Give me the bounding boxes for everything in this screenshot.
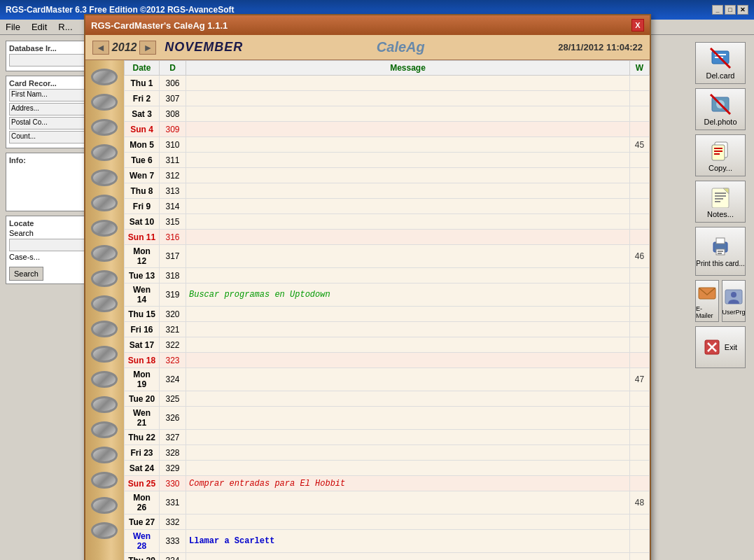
table-row[interactable]: Wen 7 312	[125, 168, 650, 183]
del-photo-icon	[709, 93, 732, 115]
table-row[interactable]: Wen 21 326	[125, 407, 650, 430]
msg-cell[interactable]	[186, 245, 630, 268]
search-button[interactable]: Search	[9, 267, 43, 281]
d-cell: 334	[160, 553, 186, 561]
msg-cell[interactable]	[186, 407, 630, 430]
spiral-ring	[91, 522, 118, 539]
msg-cell[interactable]	[186, 153, 630, 168]
msg-cell[interactable]: Comprar entradas para El Hobbit	[186, 476, 630, 491]
table-row[interactable]: Fri 23 328	[125, 445, 650, 461]
table-row[interactable]: Fri 16 321	[125, 322, 650, 337]
spiral-ring	[91, 346, 118, 363]
msg-cell[interactable]	[186, 199, 630, 214]
table-row[interactable]: Sat 24 329	[125, 461, 650, 476]
d-cell: 331	[160, 491, 186, 514]
msg-cell[interactable]	[186, 391, 630, 407]
table-row[interactable]: Sat 3 308	[125, 106, 650, 122]
d-cell: 327	[160, 430, 186, 445]
msg-cell[interactable]	[186, 137, 630, 153]
emailer-button[interactable]: E-Mailer	[695, 280, 719, 322]
date-cell: Tue 20	[125, 391, 160, 407]
exit-button[interactable]: Exit	[695, 326, 746, 368]
msg-cell[interactable]	[186, 430, 630, 445]
table-row[interactable]: Tue 13 318	[125, 268, 650, 284]
minimize-button[interactable]: _	[712, 5, 723, 15]
d-cell: 316	[160, 230, 186, 245]
msg-cell[interactable]	[186, 122, 630, 137]
msg-cell[interactable]	[186, 553, 630, 561]
msg-cell[interactable]	[186, 353, 630, 368]
table-row[interactable]: Mon 26 331 48	[125, 491, 650, 514]
maximize-button[interactable]: □	[725, 5, 736, 15]
close-button[interactable]: ✕	[737, 5, 748, 15]
postal-field[interactable]: Postal Co...	[9, 117, 86, 130]
menu-edit[interactable]: Edit	[32, 22, 47, 32]
w-cell	[630, 337, 650, 353]
userprg-button[interactable]: UserPrg	[722, 280, 746, 322]
table-row[interactable]: Thu 15 320	[125, 307, 650, 322]
table-row[interactable]: Tue 20 325	[125, 391, 650, 407]
print-button[interactable]: Print this card...	[695, 227, 746, 276]
info-content	[9, 166, 86, 208]
table-row[interactable]: Tue 27 332	[125, 514, 650, 530]
menu-other[interactable]: R...	[58, 22, 72, 32]
table-row[interactable]: Sun 4 309	[125, 122, 650, 137]
table-row[interactable]: Sat 17 322	[125, 337, 650, 353]
msg-cell[interactable]	[186, 322, 630, 337]
table-row[interactable]: Thu 1 306	[125, 76, 650, 91]
database-field[interactable]	[9, 54, 86, 66]
search-input-bg[interactable]	[9, 239, 86, 251]
table-row[interactable]: Wen 28 333 Llamar a Scarlett	[125, 530, 650, 553]
notes-button[interactable]: Notes...	[695, 181, 746, 223]
del-card-button[interactable]: Del.card	[695, 42, 746, 84]
w-cell	[630, 153, 650, 168]
dialog-close-button[interactable]: X	[631, 19, 644, 31]
msg-cell[interactable]	[186, 168, 630, 183]
svg-point-25	[731, 292, 736, 298]
table-row[interactable]: Sat 10 315	[125, 214, 650, 230]
spiral-ring	[91, 447, 118, 463]
table-row[interactable]: Mon 19 324 47	[125, 368, 650, 391]
msg-cell[interactable]	[186, 76, 630, 91]
year-next-arrow[interactable]: ►	[139, 41, 156, 55]
country-field[interactable]: Count...	[9, 131, 86, 144]
table-row[interactable]: Sun 25 330 Comprar entradas para El Hobb…	[125, 476, 650, 491]
msg-cell[interactable]	[186, 91, 630, 106]
msg-cell[interactable]	[186, 106, 630, 122]
date-cell: Sat 24	[125, 461, 160, 476]
table-row[interactable]: Tue 6 311	[125, 153, 650, 168]
table-row[interactable]: Mon 5 310 45	[125, 137, 650, 153]
msg-cell[interactable]	[186, 491, 630, 514]
table-row[interactable]: Fri 2 307	[125, 91, 650, 106]
d-cell: 310	[160, 137, 186, 153]
msg-cell[interactable]: Llamar a Scarlett	[186, 530, 630, 553]
table-row[interactable]: Fri 9 314	[125, 199, 650, 214]
del-photo-button[interactable]: Del.photo	[695, 88, 746, 130]
table-row[interactable]: Mon 12 317 46	[125, 245, 650, 268]
menu-file[interactable]: File	[6, 22, 20, 32]
userprg-label: UserPrg	[722, 309, 746, 316]
table-row[interactable]: Sun 18 323	[125, 353, 650, 368]
year-prev-arrow[interactable]: ◄	[92, 41, 109, 55]
dialog-titlebar: RGS-CardMaster's CaleAg 1.1.1 X	[85, 15, 650, 35]
copy-button[interactable]: Copy...	[695, 134, 746, 176]
msg-cell[interactable]	[186, 514, 630, 530]
msg-cell[interactable]	[186, 307, 630, 322]
spiral-ring	[91, 169, 118, 186]
msg-cell[interactable]: Buscar programas en Uptodown	[186, 284, 630, 307]
table-row[interactable]: Thu 8 313	[125, 183, 650, 199]
firstname-field[interactable]: First Nam...	[9, 89, 86, 102]
address-field[interactable]: Addres...	[9, 103, 86, 115]
msg-cell[interactable]	[186, 445, 630, 461]
msg-cell[interactable]	[186, 230, 630, 245]
msg-cell[interactable]	[186, 461, 630, 476]
table-row[interactable]: Wen 14 319 Buscar programas en Uptodown	[125, 284, 650, 307]
msg-cell[interactable]	[186, 214, 630, 230]
msg-cell[interactable]	[186, 183, 630, 199]
table-row[interactable]: Thu 22 327	[125, 430, 650, 445]
msg-cell[interactable]	[186, 268, 630, 284]
msg-cell[interactable]	[186, 368, 630, 391]
table-row[interactable]: Thu 29 334	[125, 553, 650, 561]
msg-cell[interactable]	[186, 337, 630, 353]
table-row[interactable]: Sun 11 316	[125, 230, 650, 245]
